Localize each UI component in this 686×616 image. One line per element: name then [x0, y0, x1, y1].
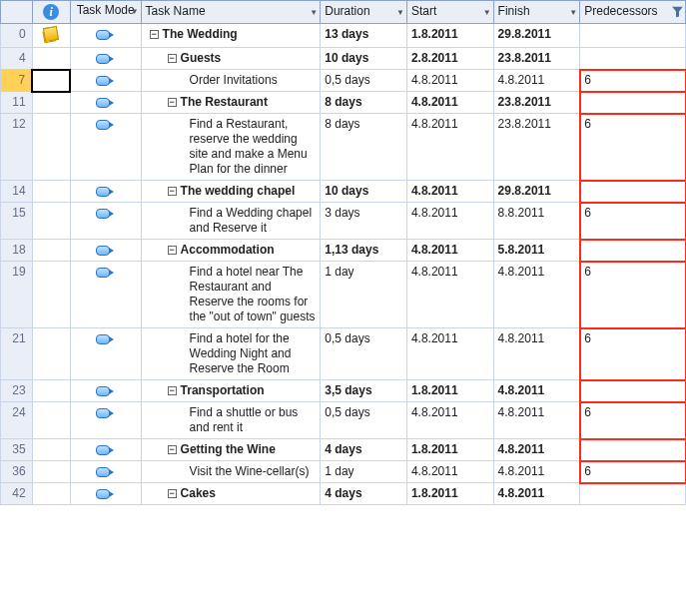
filter-icon[interactable] [672, 7, 683, 18]
indicators-cell[interactable] [32, 262, 70, 328]
dropdown-icon[interactable]: ▼ [131, 8, 139, 17]
duration-cell[interactable]: 0,5 days [321, 70, 407, 92]
row-number[interactable]: 23 [1, 380, 33, 402]
predecessors-cell[interactable] [580, 439, 686, 461]
task-name-cell[interactable]: Visit the Wine-cellar(s) [141, 461, 321, 483]
finish-cell[interactable]: 5.8.2011 [493, 240, 580, 262]
finish-cell[interactable]: 4.8.2011 [493, 461, 580, 483]
start-cell[interactable]: 1.8.2011 [406, 24, 493, 48]
duration-cell[interactable]: 0,5 days [321, 402, 407, 439]
task-mode-cell[interactable] [70, 483, 141, 505]
duration-cell[interactable]: 4 days [321, 483, 407, 505]
header-duration[interactable]: Duration ▼ [321, 1, 407, 24]
task-name-cell[interactable]: −Guests [141, 48, 321, 70]
predecessors-cell[interactable]: 6 [580, 70, 686, 92]
task-mode-cell[interactable] [70, 92, 141, 114]
start-cell[interactable]: 4.8.2011 [406, 262, 493, 328]
task-mode-cell[interactable] [70, 402, 141, 439]
row-number[interactable]: 21 [1, 328, 33, 380]
start-cell[interactable]: 4.8.2011 [406, 114, 493, 181]
predecessors-cell[interactable] [580, 48, 686, 70]
predecessors-cell[interactable] [580, 24, 686, 48]
predecessors-cell[interactable]: 6 [580, 461, 686, 483]
start-cell[interactable]: 1.8.2011 [406, 380, 493, 402]
predecessors-cell[interactable]: 6 [580, 402, 686, 439]
duration-cell[interactable]: 8 days [321, 114, 407, 181]
task-mode-cell[interactable] [70, 181, 141, 203]
row-number[interactable]: 42 [1, 483, 33, 505]
finish-cell[interactable]: 4.8.2011 [493, 402, 580, 439]
finish-cell[interactable]: 23.8.2011 [493, 48, 580, 70]
finish-cell[interactable]: 23.8.2011 [493, 114, 580, 181]
table-row[interactable]: 18−Accommodation1,13 days4.8.20115.8.201… [1, 240, 686, 262]
task-mode-cell[interactable] [70, 24, 141, 48]
finish-cell[interactable]: 4.8.2011 [493, 483, 580, 505]
indicators-cell[interactable] [32, 439, 70, 461]
task-name-cell[interactable]: Find a shuttle or bus and rent it [141, 402, 321, 439]
indicators-cell[interactable] [32, 92, 70, 114]
duration-cell[interactable]: 4 days [321, 439, 407, 461]
row-number[interactable]: 18 [1, 240, 33, 262]
dropdown-icon[interactable]: ▼ [483, 8, 491, 17]
task-name-cell[interactable]: −The Restaurant [141, 92, 321, 114]
table-row[interactable]: 4−Guests10 days2.8.201123.8.2011 [1, 48, 686, 70]
predecessors-cell[interactable] [580, 181, 686, 203]
duration-cell[interactable]: 1 day [321, 262, 407, 328]
finish-cell[interactable]: 23.8.2011 [493, 92, 580, 114]
duration-cell[interactable]: 10 days [321, 181, 407, 203]
start-cell[interactable]: 1.8.2011 [406, 483, 493, 505]
start-cell[interactable]: 4.8.2011 [406, 328, 493, 380]
dropdown-icon[interactable]: ▼ [310, 8, 318, 17]
row-number[interactable]: 19 [1, 262, 33, 328]
table-row[interactable]: 15Find a Wedding chapel and Reserve it3 … [1, 203, 686, 240]
start-cell[interactable]: 2.8.2011 [406, 48, 493, 70]
table-row[interactable]: 11−The Restaurant8 days4.8.201123.8.2011 [1, 92, 686, 114]
task-mode-cell[interactable] [70, 240, 141, 262]
table-row[interactable]: 19Find a hotel near The Restaurant and R… [1, 262, 686, 328]
predecessors-cell[interactable] [580, 380, 686, 402]
start-cell[interactable]: 4.8.2011 [406, 461, 493, 483]
duration-cell[interactable]: 3 days [321, 203, 407, 240]
table-row[interactable]: 0−The Wedding13 days1.8.201129.8.2011 [1, 24, 686, 48]
start-cell[interactable]: 4.8.2011 [406, 203, 493, 240]
dropdown-icon[interactable]: ▼ [569, 8, 577, 17]
indicators-cell[interactable] [32, 328, 70, 380]
task-name-cell[interactable]: −Getting the Wine [141, 439, 321, 461]
indicators-cell[interactable] [32, 203, 70, 240]
finish-cell[interactable]: 4.8.2011 [493, 70, 580, 92]
task-name-cell[interactable]: −Transportation [141, 380, 321, 402]
predecessors-cell[interactable] [580, 483, 686, 505]
task-mode-cell[interactable] [70, 70, 141, 92]
outline-toggle[interactable]: − [168, 386, 177, 395]
outline-toggle[interactable]: − [168, 54, 177, 63]
start-cell[interactable]: 4.8.2011 [406, 181, 493, 203]
duration-cell[interactable]: 3,5 days [321, 380, 407, 402]
header-task-mode[interactable]: Task Mode ▼ [70, 1, 141, 24]
duration-cell[interactable]: 0,5 days [321, 328, 407, 380]
task-mode-cell[interactable] [70, 203, 141, 240]
indicators-cell[interactable] [32, 48, 70, 70]
task-name-cell[interactable]: Find a hotel for the Wedding Night and R… [141, 328, 321, 380]
task-name-cell[interactable]: −The wedding chapel [141, 181, 321, 203]
task-mode-cell[interactable] [70, 380, 141, 402]
indicators-cell[interactable] [32, 24, 70, 48]
finish-cell[interactable]: 4.8.2011 [493, 380, 580, 402]
finish-cell[interactable]: 29.8.2011 [493, 181, 580, 203]
indicators-cell[interactable] [32, 114, 70, 181]
table-row[interactable]: 42−Cakes4 days1.8.20114.8.2011 [1, 483, 686, 505]
outline-toggle[interactable]: − [168, 187, 177, 196]
task-name-cell[interactable]: −Accommodation [141, 240, 321, 262]
dropdown-icon[interactable]: ▼ [396, 8, 404, 17]
start-cell[interactable]: 4.8.2011 [406, 402, 493, 439]
outline-toggle[interactable]: − [168, 246, 177, 255]
start-cell[interactable]: 1.8.2011 [406, 439, 493, 461]
table-row[interactable]: 7Order Invitations0,5 days4.8.20114.8.20… [1, 70, 686, 92]
row-number[interactable]: 11 [1, 92, 33, 114]
row-number[interactable]: 15 [1, 203, 33, 240]
row-number[interactable]: 35 [1, 439, 33, 461]
task-name-cell[interactable]: −The Wedding [141, 24, 321, 48]
outline-toggle[interactable]: − [168, 445, 177, 454]
table-row[interactable]: 12Find a Restaurant, reserve the wedding… [1, 114, 686, 181]
table-row[interactable]: 24Find a shuttle or bus and rent it0,5 d… [1, 402, 686, 439]
indicators-cell[interactable] [32, 380, 70, 402]
